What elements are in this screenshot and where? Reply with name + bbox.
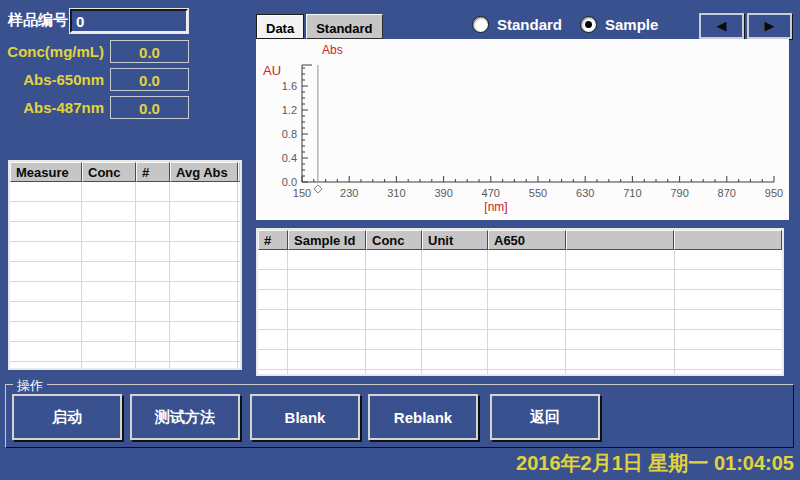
measure-table-row[interactable] — [10, 282, 240, 302]
x-tick-label: 710 — [623, 187, 641, 199]
table-cell — [258, 350, 288, 369]
table-cell — [422, 350, 488, 369]
sample-table-row[interactable] — [258, 330, 782, 350]
table-cell — [10, 182, 82, 201]
measure-table-row[interactable] — [10, 262, 240, 282]
measure-table-row[interactable] — [10, 362, 240, 370]
table-cell — [10, 262, 82, 281]
field-label-abs-487nm: Abs-487nm — [0, 99, 104, 116]
return-button[interactable]: 返回 — [490, 394, 600, 440]
chart-axes — [302, 65, 774, 182]
table-cell — [136, 322, 170, 341]
table-cell — [675, 330, 783, 349]
table-cell — [170, 282, 238, 301]
radio-sample[interactable]: Sample — [580, 15, 658, 35]
actions-group-label: 操作 — [13, 377, 47, 395]
table-cell — [258, 290, 288, 309]
pager-next-button[interactable]: ▶ — [747, 13, 792, 39]
sample-table-row[interactable] — [258, 250, 782, 270]
header-cell-conc: Conc — [82, 162, 136, 182]
sample-table-row[interactable] — [258, 350, 782, 370]
measure-table[interactable]: MeasureConc#Avg Abs — [8, 160, 242, 370]
header-cell-sample-id: Sample Id — [288, 230, 366, 250]
table-cell — [366, 290, 422, 309]
table-cell — [258, 330, 288, 349]
table-cell — [136, 302, 170, 321]
table-cell — [288, 270, 366, 289]
measure-table-row[interactable] — [10, 222, 240, 242]
table-cell — [238, 242, 240, 261]
left-arrow-icon: ◀ — [717, 18, 727, 33]
table-cell — [366, 370, 422, 376]
sample-table-header: #Sample IdConcUnitA650 — [258, 230, 782, 250]
y-tick-label: 0.8 — [282, 128, 297, 140]
sample-table-row[interactable] — [258, 370, 782, 376]
table-cell — [136, 262, 170, 281]
header-cell-avg-abs: Avg Abs — [170, 162, 238, 182]
table-cell — [488, 270, 566, 289]
view-tabs: DataStandard — [256, 14, 385, 39]
table-cell — [488, 370, 566, 376]
reblank-button[interactable]: Reblank — [368, 394, 478, 440]
table-cell — [10, 342, 82, 361]
sample-table-row[interactable] — [258, 270, 782, 290]
table-cell — [170, 302, 238, 321]
chart-y-label: AU — [263, 63, 281, 78]
table-cell — [422, 330, 488, 349]
measure-table-row[interactable] — [10, 242, 240, 262]
table-cell — [675, 310, 783, 329]
table-cell — [238, 342, 240, 361]
sample-no-value: 0 — [76, 13, 84, 30]
header-cell-a650: A650 — [488, 230, 566, 250]
table-cell — [170, 222, 238, 241]
table-cell — [170, 202, 238, 221]
table-cell — [10, 302, 82, 321]
radio-standard[interactable]: Standard — [472, 15, 562, 35]
field-value-abs-487nm: 0.0 — [110, 96, 189, 119]
chart-cursor-handle[interactable] — [314, 185, 322, 193]
spectrum-chart: 0.00.40.81.21.61502303103904705506307107… — [256, 39, 789, 220]
measure-table-row[interactable] — [10, 202, 240, 222]
tab-data[interactable]: Data — [256, 14, 304, 39]
table-cell — [566, 270, 675, 289]
measure-table-header: MeasureConc#Avg Abs — [10, 162, 240, 182]
table-cell — [136, 362, 170, 370]
test-method-button[interactable]: 测试方法 — [130, 394, 240, 440]
table-cell — [82, 322, 136, 341]
pager-prev-button[interactable]: ◀ — [699, 13, 744, 39]
measure-table-row[interactable] — [10, 322, 240, 342]
sample-table[interactable]: #Sample IdConcUnitA650 — [256, 228, 784, 376]
statusbar-datetime: 2016年2月1日 星期一 01:04:05 — [516, 450, 794, 477]
measure-table-row[interactable] — [10, 182, 240, 202]
table-cell — [488, 330, 566, 349]
table-cell — [238, 282, 240, 301]
x-tick-label: 470 — [482, 187, 500, 199]
blank-button[interactable]: Blank — [250, 394, 360, 440]
table-cell — [422, 290, 488, 309]
table-cell — [82, 182, 136, 201]
header-cell-filler — [238, 162, 242, 182]
table-cell — [10, 242, 82, 261]
table-cell — [488, 310, 566, 329]
x-tick-label: 230 — [340, 187, 358, 199]
x-tick-label: 790 — [670, 187, 688, 199]
tab-standard[interactable]: Standard — [306, 14, 382, 39]
start-button[interactable]: 启动 — [12, 394, 122, 440]
y-tick-label: 1.6 — [282, 80, 297, 92]
radio-label: Standard — [497, 16, 562, 33]
measure-table-row[interactable] — [10, 302, 240, 322]
header-cell-conc: Conc — [366, 230, 422, 250]
table-cell — [82, 302, 136, 321]
table-cell — [675, 270, 783, 289]
sample-table-row[interactable] — [258, 290, 782, 310]
table-cell — [422, 310, 488, 329]
table-cell — [170, 322, 238, 341]
sample-no-input[interactable]: 0 — [70, 9, 188, 33]
sample-table-row[interactable] — [258, 310, 782, 330]
table-cell — [136, 222, 170, 241]
radio-circle-icon — [472, 16, 489, 33]
table-cell — [566, 330, 675, 349]
measure-table-row[interactable] — [10, 342, 240, 362]
table-cell — [136, 242, 170, 261]
table-cell — [366, 330, 422, 349]
